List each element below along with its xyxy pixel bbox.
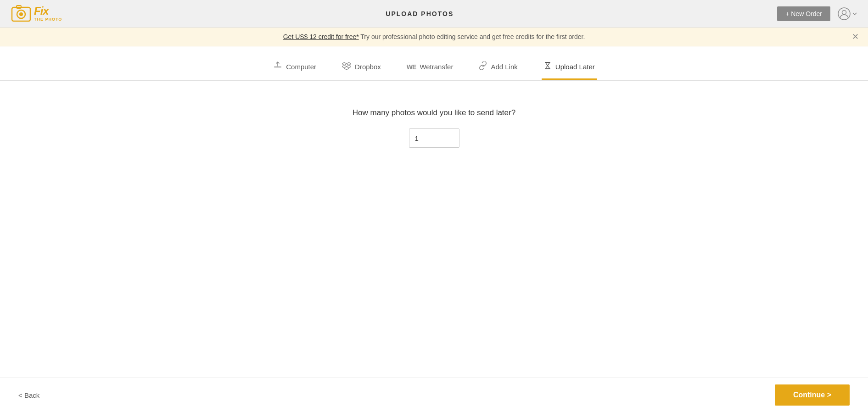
promo-close-button[interactable]: ✕ bbox=[852, 33, 859, 41]
back-button[interactable]: < Back bbox=[18, 388, 39, 403]
logo: Fix THE PHOTO bbox=[11, 4, 62, 24]
tab-computer-label: Computer bbox=[286, 63, 316, 71]
app-header: Fix THE PHOTO UPLOAD PHOTOS + New Order bbox=[0, 0, 868, 28]
page-title: UPLOAD PHOTOS bbox=[386, 10, 454, 17]
tab-dropbox[interactable]: Dropbox bbox=[340, 56, 383, 80]
continue-button[interactable]: Continue > bbox=[775, 384, 850, 406]
upload-later-content: How many photos would you like to send l… bbox=[0, 81, 868, 378]
promo-link[interactable]: Get US$ 12 credit for free* bbox=[283, 33, 359, 40]
photo-count-input[interactable] bbox=[409, 128, 459, 148]
hourglass-icon bbox=[543, 61, 552, 72]
header-actions: + New Order bbox=[777, 6, 857, 21]
main-content: Computer Dropbox WE Wetransfer Add Link bbox=[0, 46, 868, 378]
logo-text: Fix THE PHOTO bbox=[34, 5, 62, 22]
chevron-down-icon bbox=[852, 11, 857, 16]
promo-message: Try our professional photo editing servi… bbox=[359, 33, 585, 40]
svg-point-5 bbox=[842, 10, 846, 14]
tab-add-link[interactable]: Add Link bbox=[477, 56, 519, 80]
tab-dropbox-label: Dropbox bbox=[355, 63, 381, 71]
tab-wetransfer[interactable]: WE Wetransfer bbox=[405, 57, 455, 78]
link-icon bbox=[479, 61, 487, 72]
tab-upload-later[interactable]: Upload Later bbox=[542, 56, 597, 80]
tab-upload-later-label: Upload Later bbox=[555, 63, 595, 71]
tab-wetransfer-label: Wetransfer bbox=[420, 63, 453, 71]
photo-count-question: How many photos would you like to send l… bbox=[353, 108, 515, 117]
logo-icon bbox=[11, 4, 31, 24]
page-footer: < Back Continue > bbox=[0, 378, 868, 412]
promo-banner: Get US$ 12 credit for free* Try our prof… bbox=[0, 28, 868, 46]
svg-point-3 bbox=[19, 12, 23, 16]
tab-add-link-label: Add Link bbox=[491, 63, 517, 71]
new-order-button[interactable]: + New Order bbox=[777, 6, 830, 21]
dropbox-icon bbox=[342, 61, 351, 72]
user-menu-button[interactable] bbox=[838, 7, 857, 20]
svg-rect-6 bbox=[274, 67, 281, 67]
tab-computer[interactable]: Computer bbox=[271, 56, 318, 80]
computer-upload-icon bbox=[273, 61, 282, 72]
wetransfer-icon: WE bbox=[407, 63, 416, 71]
user-icon bbox=[838, 7, 851, 20]
upload-tabs: Computer Dropbox WE Wetransfer Add Link bbox=[0, 46, 868, 81]
